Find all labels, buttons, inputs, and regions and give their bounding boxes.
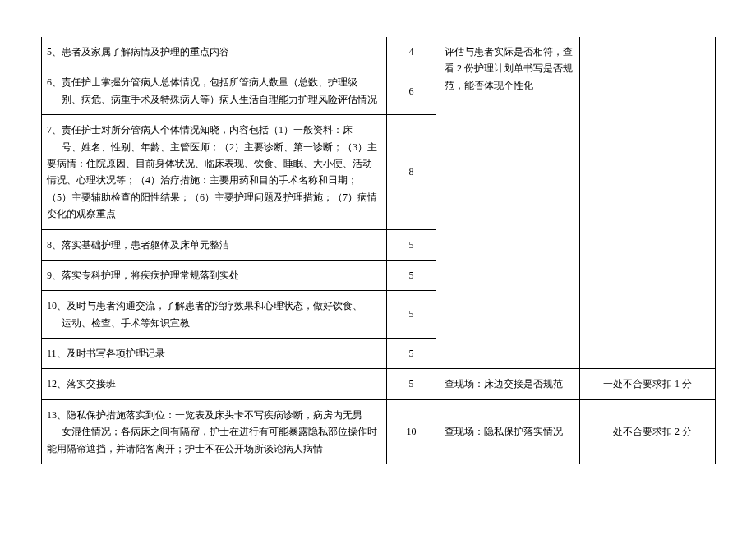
- content-line: 7、责任护士对所分管病人个体情况知晓，内容包括（1）一般资料：床: [47, 124, 353, 136]
- cell-score: 6: [387, 67, 436, 115]
- cell-score: 5: [387, 369, 436, 399]
- cell-deduct: 一处不合要求扣 2 分: [580, 399, 716, 464]
- cell-content: 13、隐私保护措施落实到位：一览表及床头卡不写疾病诊断，病房内无男 女混住情况；…: [42, 399, 387, 464]
- content-line: 6、责任护士掌握分管病人总体情况，包括所管病人数量（总数、护理级: [47, 76, 357, 88]
- content-line: 10、及时与患者沟通交流，了解患者的治疗效果和心理状态，做好饮食、: [47, 300, 362, 311]
- content-line: 女混住情况；各病床之间有隔帘，护士在进行有可能暴露隐私部位操作时能用隔帘遮挡，并…: [47, 423, 381, 457]
- cell-deduct-merged: [580, 37, 716, 369]
- cell-content: 12、落实交接班: [42, 369, 387, 399]
- cell-content: 11、及时书写各项护理记录: [42, 339, 387, 369]
- cell-method: 查现场：床边交接是否规范: [436, 369, 580, 399]
- evaluation-table: 5、患者及家属了解病情及护理的重点内容 4 评估与患者实际是否相符，查看 2 份…: [41, 37, 716, 464]
- cell-score: 5: [387, 260, 436, 290]
- content-line: 号、姓名、性别、年龄、主管医师；（2）主要诊断、第一诊断；（3）主要病情：住院原…: [47, 139, 381, 223]
- table-row: 13、隐私保护措施落实到位：一览表及床头卡不写疾病诊断，病房内无男 女混住情况；…: [42, 399, 716, 464]
- cell-score: 5: [387, 229, 436, 260]
- cell-score: 5: [387, 339, 436, 369]
- cell-score: 8: [387, 115, 436, 229]
- content-line: 13、隐私保护措施落实到位：一览表及床头卡不写疾病诊断，病房内无男: [47, 409, 362, 421]
- cell-method-merged: 评估与患者实际是否相符，查看 2 份护理计划单书写是否规范，能否体现个性化: [436, 37, 580, 369]
- cell-content: 9、落实专科护理，将疾病护理常规落到实处: [42, 260, 387, 290]
- table-row: 5、患者及家属了解病情及护理的重点内容 4 评估与患者实际是否相符，查看 2 份…: [42, 37, 716, 67]
- content-line: 别、病危、病重手术及特殊病人等）病人生活自理能力护理风险评估情况: [47, 91, 377, 108]
- cell-score: 10: [387, 399, 436, 464]
- table-row: 12、落实交接班 5 查现场：床边交接是否规范 一处不合要求扣 1 分: [42, 369, 716, 399]
- cell-method: 查现场：隐私保护落实情况: [436, 399, 580, 464]
- cell-content: 10、及时与患者沟通交流，了解患者的治疗效果和心理状态，做好饮食、 运动、检查、…: [42, 291, 387, 339]
- cell-content: 5、患者及家属了解病情及护理的重点内容: [42, 37, 387, 67]
- content-line: 运动、检查、手术等知识宣教: [47, 315, 190, 331]
- cell-content: 6、责任护士掌握分管病人总体情况，包括所管病人数量（总数、护理级 别、病危、病重…: [42, 67, 387, 115]
- cell-deduct: 一处不合要求扣 1 分: [580, 369, 716, 399]
- cell-score: 5: [387, 291, 436, 339]
- cell-score: 4: [387, 37, 436, 67]
- cell-content: 7、责任护士对所分管病人个体情况知晓，内容包括（1）一般资料：床 号、姓名、性别…: [42, 115, 387, 229]
- cell-content: 8、落实基础护理，患者躯体及床单元整洁: [42, 229, 387, 260]
